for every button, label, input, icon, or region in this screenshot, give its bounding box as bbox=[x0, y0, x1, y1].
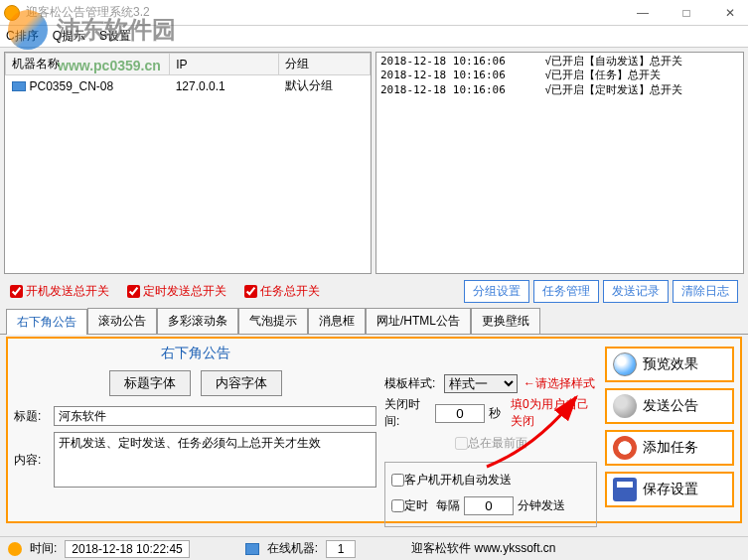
menu-sort[interactable]: C排序 bbox=[6, 28, 39, 45]
label-body: 内容: bbox=[14, 452, 54, 469]
status-online-label: 在线机器: bbox=[267, 540, 318, 557]
tab-color-scroll[interactable]: 多彩滚动条 bbox=[157, 308, 238, 334]
cell-name: PC0359_CN-08 bbox=[30, 79, 114, 93]
timed-check[interactable] bbox=[391, 499, 404, 512]
status-time-label: 时间: bbox=[30, 540, 57, 557]
check-autosend[interactable]: 开机发送总开关 bbox=[10, 283, 109, 300]
menu-setting[interactable]: S设置 bbox=[99, 28, 131, 45]
send-button[interactable]: 发送公告 bbox=[605, 388, 734, 424]
status-computer-icon bbox=[245, 543, 259, 555]
title-font-button[interactable]: 标题字体 bbox=[109, 370, 191, 396]
status-time: 2018-12-18 10:22:45 bbox=[65, 540, 189, 558]
client-autosend-check[interactable] bbox=[391, 474, 404, 487]
maximize-button[interactable]: □ bbox=[673, 6, 700, 20]
section-title: 右下角公告 bbox=[14, 345, 376, 362]
label-style: 模板样式: bbox=[384, 375, 444, 392]
menubar: C排序 Q提示 S设置 bbox=[0, 26, 748, 48]
body-font-button[interactable]: 内容字体 bbox=[201, 370, 282, 396]
titlebar: 迎客松公告管理系统3.2 — □ ✕ bbox=[0, 0, 748, 26]
status-app-icon bbox=[8, 542, 22, 556]
minimize-button[interactable]: — bbox=[629, 6, 657, 20]
col-group[interactable]: 分组 bbox=[279, 54, 371, 75]
clear-log-button[interactable]: 清除日志 bbox=[673, 280, 738, 303]
tab-bubble[interactable]: 气泡提示 bbox=[238, 308, 308, 334]
cell-ip: 127.0.0.1 bbox=[170, 75, 279, 97]
body-textarea[interactable]: 开机发送、定时发送、任务必须勾上总开关才生效 bbox=[54, 432, 376, 488]
status-online-count: 1 bbox=[326, 540, 356, 558]
style-hint: ←请选择样式 bbox=[524, 375, 595, 392]
task-manage-button[interactable]: 任务管理 bbox=[533, 280, 599, 303]
clock-icon bbox=[613, 436, 637, 460]
check-task[interactable]: 任务总开关 bbox=[244, 283, 320, 300]
tabbar: 右下角公告 滚动公告 多彩滚动条 气泡提示 消息框 网址/HTML公告 更换壁纸 bbox=[0, 304, 748, 335]
cell-group: 默认分组 bbox=[279, 75, 371, 97]
send-log-button[interactable]: 发送记录 bbox=[603, 280, 669, 303]
statusbar: 时间: 2018-12-18 10:22:45 在线机器: 1 迎客松软件 ww… bbox=[0, 536, 748, 560]
window-title: 迎客松公告管理系统3.2 bbox=[26, 4, 629, 21]
computer-icon bbox=[12, 81, 26, 91]
log-line: 2018-12-18 10:16:06 √已开启【自动发送】总开关 bbox=[380, 55, 739, 69]
interval-input[interactable] bbox=[464, 496, 514, 515]
close-time-input[interactable] bbox=[435, 404, 485, 423]
style-select[interactable]: 样式一 bbox=[444, 374, 518, 393]
preview-button[interactable]: 预览效果 bbox=[605, 347, 734, 382]
label-title: 标题: bbox=[14, 408, 54, 425]
speaker-icon bbox=[613, 394, 637, 418]
tab-wallpaper[interactable]: 更换壁纸 bbox=[471, 308, 540, 334]
tab-corner-notice[interactable]: 右下角公告 bbox=[6, 309, 87, 335]
close-unit: 秒 bbox=[489, 405, 501, 422]
status-brand: 迎客松软件 www.ykssoft.cn bbox=[411, 540, 555, 557]
magnifier-icon bbox=[613, 352, 637, 376]
col-name[interactable]: 机器名称 bbox=[6, 54, 170, 75]
close-button[interactable]: ✕ bbox=[716, 6, 744, 20]
title-input[interactable] bbox=[54, 406, 376, 426]
check-timedsend[interactable]: 定时发送总开关 bbox=[127, 283, 226, 300]
tab-url-html[interactable]: 网址/HTML公告 bbox=[366, 308, 471, 334]
machine-list-pane: 机器名称 IP 分组 PC0359_CN-08 127.0.0.1 默认分组 bbox=[4, 52, 372, 274]
label-close: 关闭时间: bbox=[384, 396, 435, 430]
save-button[interactable]: 保存设置 bbox=[605, 472, 734, 507]
menu-hint[interactable]: Q提示 bbox=[53, 28, 85, 45]
app-icon bbox=[4, 5, 20, 21]
group-settings-button[interactable]: 分组设置 bbox=[464, 280, 529, 303]
tab-scroll-notice[interactable]: 滚动公告 bbox=[87, 308, 157, 334]
tab-msgbox[interactable]: 消息框 bbox=[308, 308, 366, 334]
col-ip[interactable]: IP bbox=[170, 54, 279, 75]
log-pane[interactable]: 2018-12-18 10:16:06 √已开启【自动发送】总开关 2018-1… bbox=[375, 52, 744, 274]
topmost-check bbox=[455, 437, 468, 450]
machine-table: 机器名称 IP 分组 PC0359_CN-08 127.0.0.1 默认分组 bbox=[5, 53, 371, 96]
log-line: 2018-12-18 10:16:06 √已开启【定时发送】总开关 bbox=[380, 83, 739, 97]
close-hint: 填0为用户自己关闭 bbox=[511, 396, 597, 430]
floppy-icon bbox=[613, 478, 637, 501]
log-line: 2018-12-18 10:16:06 √已开启【任务】总开关 bbox=[380, 69, 739, 82]
add-task-button[interactable]: 添加任务 bbox=[605, 430, 734, 466]
table-row[interactable]: PC0359_CN-08 127.0.0.1 默认分组 bbox=[6, 75, 371, 97]
